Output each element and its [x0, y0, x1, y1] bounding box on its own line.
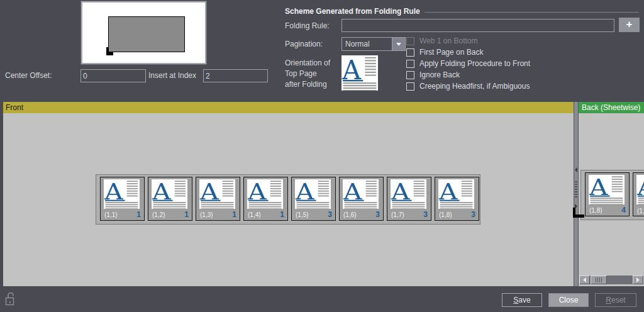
checkbox-label: Ignore Back — [419, 70, 460, 79]
panel-splitter[interactable] — [574, 102, 579, 286]
page-position-label: (1,3) — [200, 211, 213, 218]
front-page-strip: A (1,1) 1 A (1,2) 1 A (1,3) 1 A (1,4) 1 … — [96, 174, 480, 225]
close-button[interactable]: Close — [548, 293, 589, 307]
page-letter-A-icon: A — [199, 179, 235, 209]
unlock-icon[interactable] — [4, 290, 17, 308]
checkbox-label: Creeping Headfirst, if Ambiguous — [419, 82, 530, 91]
page-thumbnail-labels: (1,6) 3 — [343, 210, 380, 219]
sheet-preview-page — [108, 16, 185, 52]
checkbox-row: Web 1 on Bottom — [406, 36, 478, 46]
scroll-right-button[interactable] — [633, 276, 643, 284]
save-button[interactable]: Save — [502, 293, 542, 307]
checkbox-label: Web 1 on Bottom — [419, 36, 478, 45]
back-horizontal-scrollbar[interactable] — [579, 276, 643, 284]
page-number-label: 1 — [136, 210, 141, 219]
group-divider — [425, 12, 639, 13]
scheme-group-header: Scheme Generated from Folding Rule — [285, 7, 639, 16]
page-letter-A-icon: A — [247, 179, 283, 209]
page-thumbnail[interactable]: A (1,8) 4 — [585, 172, 630, 216]
page-letter-A-icon: A — [589, 175, 625, 204]
splitter-grip[interactable] — [575, 181, 577, 198]
collapse-left-icon[interactable] — [575, 167, 577, 172]
page-thumbnail[interactable]: A (1,1) 1 — [100, 177, 145, 221]
folding-rule-input[interactable] — [341, 19, 614, 32]
page-number-label: 3 — [375, 210, 380, 219]
page-thumbnail-labels: (1,8) 3 — [439, 210, 475, 219]
back-page-strip: A (1,8) 4 A (1,7) — [580, 170, 644, 220]
arrow-left-icon — [583, 277, 586, 282]
page-thumbnail[interactable]: A (1,2) 1 — [148, 177, 192, 221]
back-panel-body: A (1,8) 4 A (1,7) — [579, 113, 644, 286]
page-number-label: 1 — [280, 210, 284, 219]
page-thumbnail[interactable]: A (1,7) 3 — [387, 177, 431, 221]
checkbox-label: Apply Folding Procedure to Front — [419, 59, 530, 68]
center-offset-input[interactable] — [80, 69, 146, 82]
page-thumbnail[interactable]: A (1,7) — [633, 172, 644, 216]
page-number-label: 3 — [328, 210, 332, 219]
checkbox[interactable] — [406, 60, 414, 68]
checkbox-row: Creeping Headfirst, if Ambiguous — [406, 81, 530, 91]
page-thumbnail-labels: (1,7) — [637, 208, 644, 214]
scrollbar-thumb[interactable] — [591, 276, 607, 284]
page-number-label: 3 — [471, 210, 475, 219]
page-letter-A-icon: A — [341, 55, 378, 91]
folding-rule-label: Folding Rule: — [285, 21, 330, 30]
page-thumbnail[interactable]: A (1,8) 3 — [435, 177, 479, 221]
scrollbar-grip — [596, 277, 602, 282]
page-thumbnail[interactable]: A (1,5) 3 — [291, 177, 336, 221]
page-position-label: (1,8) — [589, 207, 602, 214]
pagination-select[interactable]: Normal — [341, 37, 406, 51]
page-letter-A-icon: A — [343, 179, 379, 209]
page-letter-A-icon: A — [391, 179, 426, 209]
back-sheet-corner-mark — [573, 208, 584, 218]
page-thumbnail-labels: (1,3) 1 — [200, 210, 236, 219]
combo-dropdown-button[interactable] — [392, 38, 405, 50]
checkbox[interactable] — [406, 71, 414, 79]
page-position-label: (1,4) — [248, 211, 261, 218]
page-thumbnail-labels: (1,7) 3 — [391, 210, 428, 219]
orientation-label: Orientation of Top Page after Folding — [285, 58, 330, 90]
page-thumbnail[interactable]: A (1,3) 1 — [196, 177, 240, 221]
page-letter-A-icon: A — [636, 175, 644, 204]
back-panel: Back (Sheetwise) A (1,8) 4 A (1,7) — [579, 102, 644, 286]
page-thumbnail-labels: (1,5) 3 — [296, 210, 332, 219]
scroll-left-button[interactable] — [579, 276, 590, 284]
pagination-label: Pagination: — [285, 40, 323, 48]
checkbox-row: Ignore Back — [406, 70, 460, 80]
page-thumbnail-labels: (1,4) 1 — [248, 210, 284, 219]
page-letter-A-icon: A — [295, 179, 331, 209]
page-position-label: (1,5) — [296, 211, 309, 218]
reset-button[interactable]: Reset — [595, 293, 636, 307]
front-panel-body: A (1,1) 1 A (1,2) 1 A (1,3) 1 A (1,4) 1 … — [3, 113, 574, 286]
checkbox[interactable] — [406, 82, 414, 91]
plus-icon: + — [626, 18, 633, 30]
page-letter-A-icon: A — [438, 179, 474, 209]
folding-scheme-dialog: Center Offset: Insert at Index Scheme Ge… — [0, 0, 644, 312]
add-folding-rule-button[interactable]: + — [619, 18, 640, 32]
sheet-corner-mark — [106, 47, 113, 55]
checkbox[interactable] — [406, 37, 414, 45]
page-thumbnail[interactable]: A (1,6) 3 — [339, 177, 384, 221]
page-position-label: (1,7) — [637, 208, 644, 214]
sheet-preview — [81, 1, 206, 64]
front-panel-header: Front — [3, 102, 574, 113]
arrow-right-icon — [636, 277, 640, 282]
insert-at-index-input[interactable] — [203, 69, 268, 82]
checkbox-label: First Page on Back — [419, 48, 483, 57]
center-offset-label: Center Offset: — [5, 71, 52, 80]
page-thumbnail-labels: (1,8) 4 — [589, 206, 626, 214]
checkbox[interactable] — [406, 48, 414, 57]
page-number-label: 3 — [423, 210, 428, 219]
pagination-value: Normal — [342, 38, 392, 50]
page-position-label: (1,6) — [343, 211, 357, 218]
page-position-label: (1,1) — [104, 211, 118, 218]
page-position-label: (1,7) — [391, 211, 404, 218]
page-thumbnail-labels: (1,2) 1 — [152, 210, 189, 219]
page-position-label: (1,8) — [439, 211, 452, 218]
page-thumbnail-labels: (1,1) 1 — [104, 210, 141, 219]
back-panel-header: Back (Sheetwise) — [579, 102, 644, 113]
page-position-label: (1,2) — [152, 211, 165, 218]
page-thumbnail[interactable]: A (1,4) 1 — [243, 177, 288, 221]
chevron-down-icon — [396, 43, 401, 46]
front-panel: Front A (1,1) 1 A (1,2) 1 A (1,3) 1 A (1… — [3, 102, 574, 286]
